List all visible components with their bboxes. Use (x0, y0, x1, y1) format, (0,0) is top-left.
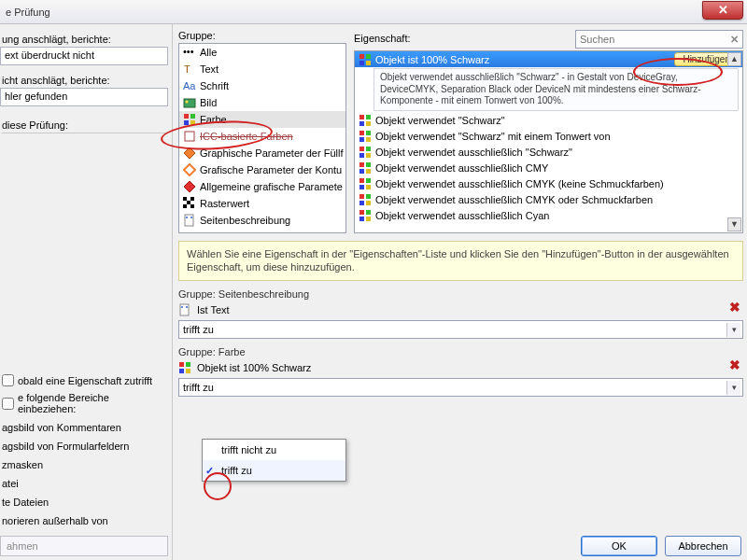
svg-rect-17 (190, 204, 194, 208)
area-item: agsbild von Kommentaren (2, 422, 168, 433)
area-item: norieren außerhalb von (2, 515, 168, 526)
report-hit-input[interactable]: ext überdruckt nicht (0, 47, 168, 65)
svg-rect-35 (359, 153, 364, 158)
color-icon (359, 177, 372, 190)
search-input[interactable]: ✕ (575, 30, 743, 49)
property-row[interactable]: Objekt verwendet ausschließlich CMYK (ke… (355, 176, 742, 192)
group-item-font[interactable]: AaSchrift (179, 77, 345, 94)
svg-rect-21 (359, 54, 364, 59)
property-description: Objekt verwendet ausschließlich "Schwarz… (374, 68, 739, 111)
criterion1-combo[interactable]: trifft zu▾ (178, 320, 743, 339)
property-row[interactable]: Objekt verwendet ausschließlich Cyan (355, 208, 742, 224)
report-hit-label: ung anschlägt, berichte: (2, 34, 168, 45)
window-title: e Prüfung (6, 7, 50, 18)
svg-rect-8 (185, 132, 194, 141)
svg-rect-4 (184, 114, 189, 119)
svg-rect-23 (359, 61, 364, 65)
svg-rect-44 (366, 185, 371, 189)
property-row[interactable]: Objekt verwendet "Schwarz" (355, 113, 742, 129)
ok-button[interactable]: OK (581, 536, 657, 556)
close-button[interactable]: ✕ (702, 1, 743, 20)
search-field[interactable] (580, 34, 730, 45)
report-miss-label: icht anschlägt, berichte: (2, 75, 168, 86)
criterion1-group-label: Gruppe: Seitenbeschreibung (178, 288, 309, 300)
area-item: atei (2, 478, 168, 489)
svg-point-3 (186, 101, 189, 104)
svg-rect-15 (187, 201, 190, 204)
delete-criterion-1[interactable]: ✖ (726, 300, 743, 316)
check-section-header: diese Prüfung: (2, 119, 168, 133)
property-label: Eigenschaft: (354, 33, 411, 44)
svg-rect-43 (359, 185, 364, 189)
icc-icon (183, 130, 196, 143)
clear-search-icon[interactable]: ✕ (730, 34, 739, 46)
group-item-icc[interactable]: ICC-basierte Farben (179, 128, 345, 145)
combo-dropdown[interactable]: trifft nicht zu ✓trifft zu (202, 439, 346, 482)
group-item-raster[interactable]: Rasterwert (179, 195, 345, 212)
text-icon: T (183, 63, 196, 76)
color-icon (359, 193, 372, 206)
group-item-fillparam[interactable]: Graphische Parameter der Füllf (179, 145, 345, 161)
svg-rect-57 (186, 362, 190, 367)
group-item-strokeparam[interactable]: Grafische Parameter der Kontu (179, 161, 345, 178)
group-item-color[interactable]: Farbe (179, 111, 345, 128)
titlebar: e Prüfung ✕ (0, 0, 747, 24)
svg-rect-2 (184, 99, 195, 107)
group-item-image[interactable]: Bild (179, 94, 345, 111)
color-icon (359, 114, 372, 127)
diamond-outline-icon (183, 163, 196, 176)
color-icon (183, 113, 196, 126)
svg-rect-49 (359, 210, 364, 215)
criterion2-group-label: Gruppe: Farbe (178, 346, 246, 357)
group-listbox[interactable]: •••Alle TText AaSchrift Bild Farbe ICC-b… (178, 43, 346, 233)
color-icon (359, 161, 372, 175)
svg-rect-18 (185, 215, 193, 226)
dropdown-option-not[interactable]: trifft nicht zu (203, 440, 345, 460)
svg-point-20 (190, 217, 192, 218)
property-row[interactable]: Objekt verwendet ausschließlich CMYK ode… (355, 192, 742, 208)
svg-rect-40 (366, 169, 371, 174)
group-item-pagedesc[interactable]: Seitenbeschreibung (179, 212, 345, 229)
page-icon (183, 214, 196, 227)
image-icon (183, 96, 196, 109)
color-icon (178, 361, 191, 374)
group-item-all[interactable]: •••Alle (179, 44, 345, 61)
delete-criterion-2[interactable]: ✖ (726, 357, 743, 374)
svg-rect-31 (359, 137, 364, 142)
property-row-selected[interactable]: Objekt ist 100% Schwarz Hinzufügen (355, 51, 742, 67)
property-row[interactable]: Objekt verwendet ausschließlich "Schwarz… (355, 145, 742, 161)
svg-rect-53 (180, 304, 189, 315)
svg-rect-37 (359, 162, 364, 167)
group-item-general[interactable]: Allgemeine grafische Paramete (179, 178, 345, 195)
criterion2-combo[interactable]: trifft zu▾ (178, 378, 743, 397)
svg-rect-6 (184, 120, 189, 125)
scroll-down-icon[interactable]: ▼ (727, 217, 741, 231)
chevron-down-icon[interactable]: ▾ (726, 381, 740, 395)
svg-rect-14 (190, 197, 194, 201)
svg-rect-13 (183, 197, 187, 201)
page-icon (178, 303, 191, 316)
cancel-button[interactable]: Abbrechen (665, 536, 741, 556)
svg-text:T: T (184, 63, 190, 75)
property-row[interactable]: Objekt verwendet "Schwarz" mit einem Ton… (355, 129, 742, 145)
scroll-up-icon[interactable]: ▲ (727, 52, 741, 66)
svg-rect-59 (186, 369, 190, 373)
check-icon: ✓ (205, 465, 214, 477)
svg-rect-46 (366, 194, 371, 199)
check-include-areas[interactable]: e folgende Bereiche einbeziehen: (2, 392, 168, 414)
svg-rect-45 (359, 194, 364, 199)
svg-rect-32 (366, 137, 371, 142)
chevron-down-icon[interactable]: ▾ (726, 323, 740, 337)
svg-rect-26 (366, 115, 371, 119)
frames-button[interactable]: ahmen (0, 536, 168, 556)
hint-bar: Wählen Sie eine Eigenschaft in der "Eige… (178, 241, 743, 281)
criterion-2: Gruppe: Farbe Objekt ist 100% Schwarz ✖ … (178, 344, 743, 397)
property-listbox[interactable]: ▲ Objekt ist 100% Schwarz Hinzufügen Obj… (354, 50, 743, 233)
svg-rect-28 (366, 121, 371, 126)
property-row[interactable]: Objekt verwendet ausschließlich CMY (355, 161, 742, 176)
check-any-prop[interactable]: obald eine Eigenschaft zutrifft (2, 374, 168, 386)
report-miss-input[interactable]: hler gefunden (0, 88, 168, 106)
group-item-text[interactable]: TText (179, 61, 345, 77)
group-label: Gruppe: (178, 30, 346, 41)
dropdown-option-yes[interactable]: ✓trifft zu (203, 460, 345, 481)
